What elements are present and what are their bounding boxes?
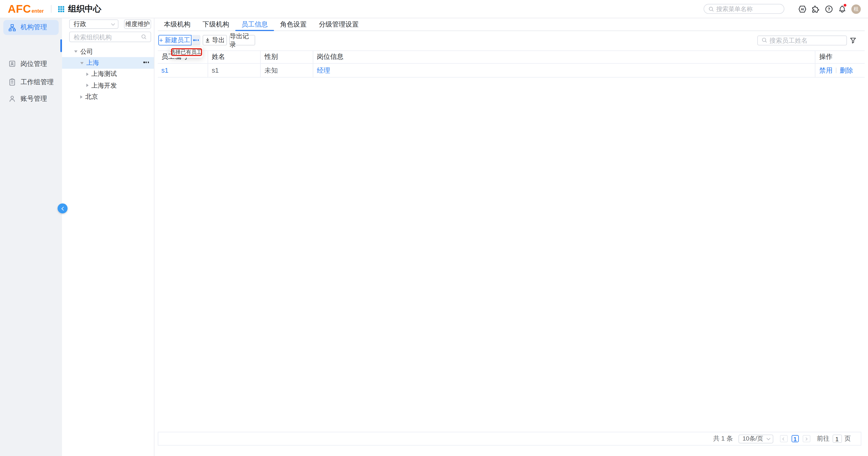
chevron-right-icon: [805, 437, 808, 440]
tab-employee-info[interactable]: 员工信息: [235, 18, 274, 30]
top-bar: AFC enter 组织中心 AI ? 租: [0, 0, 868, 18]
tree-node-company[interactable]: 公司: [62, 46, 154, 57]
employee-search-box[interactable]: [757, 35, 847, 45]
employee-table: 员工编号 姓名 性别 岗位信息 操作 s1 s1 未知 经理 禁用 删除: [158, 50, 864, 78]
menu-search-input[interactable]: [716, 5, 779, 12]
dimension-select-value: 行政: [74, 20, 86, 28]
id-badge-icon: [8, 60, 16, 68]
column-header-gender: 性别: [261, 51, 313, 63]
help-icon[interactable]: ?: [825, 5, 833, 13]
chevron-left-icon: [61, 206, 65, 210]
sidebar-item-account-management[interactable]: 账号管理: [3, 91, 59, 106]
next-page-button[interactable]: [803, 435, 810, 443]
user-icon: [8, 95, 16, 103]
svg-text:AI: AI: [801, 7, 804, 11]
tab-hierarchy-settings[interactable]: 分级管理设置: [313, 18, 365, 30]
search-icon: [709, 6, 714, 12]
more-options-button[interactable]: [192, 35, 200, 46]
column-header-position: 岗位信息: [313, 51, 815, 63]
column-header-actions: 操作: [816, 51, 865, 63]
plugin-puzzle-icon[interactable]: [812, 5, 820, 13]
topbar-icon-group: AI ? 租: [798, 0, 861, 18]
prev-page-button[interactable]: [780, 435, 787, 443]
sidebar-item-label: 工作组管理: [21, 77, 54, 87]
tree-node-shanghai-dev[interactable]: 上海开发: [62, 80, 154, 91]
sidebar-item-label: 机构管理: [21, 23, 47, 32]
tab-role-settings[interactable]: 角色设置: [274, 18, 313, 30]
app-grid-icon[interactable]: [58, 6, 64, 12]
dimension-select[interactable]: 行政: [69, 19, 118, 29]
sidebar-item-workgroup-management[interactable]: 工作组管理: [3, 75, 59, 89]
total-count: 共 1 条: [713, 434, 733, 443]
svg-text:?: ?: [828, 7, 830, 11]
logo-suffix: enter: [32, 8, 44, 13]
caret-down-icon[interactable]: [80, 62, 83, 64]
disable-action-link[interactable]: 禁用: [819, 66, 833, 75]
tree-node-shanghai[interactable]: 上海: [62, 57, 154, 68]
table-row: s1 s1 未知 经理 禁用 删除: [158, 64, 864, 78]
caret-right-icon[interactable]: [80, 95, 83, 98]
page-size-select[interactable]: 10条/页: [739, 434, 773, 443]
column-header-name: 姓名: [208, 51, 261, 63]
plus-icon: +: [159, 37, 163, 44]
caret-down-icon[interactable]: [74, 51, 78, 53]
notification-bell-icon[interactable]: [838, 5, 846, 13]
employee-gender: 未知: [265, 66, 278, 75]
more-actions-icon[interactable]: [144, 62, 149, 63]
annotation-box: [171, 48, 202, 56]
dimension-maintain-button[interactable]: 维度维护: [124, 19, 151, 29]
chevron-down-icon: [767, 436, 770, 440]
collapse-panel-button[interactable]: [58, 203, 67, 213]
tree-node-shanghai-test[interactable]: 上海测试: [62, 68, 154, 80]
table-header-row: 员工编号 姓名 性别 岗位信息 操作: [158, 51, 864, 64]
employee-name: s1: [212, 67, 219, 75]
org-search-input[interactable]: [74, 33, 139, 40]
org-chart-icon: [8, 24, 16, 31]
sidebar-item-position-management[interactable]: 岗位管理: [3, 56, 59, 71]
export-button[interactable]: 导出: [203, 35, 227, 46]
avatar[interactable]: 租: [851, 4, 861, 14]
delete-action-link[interactable]: 删除: [840, 66, 853, 75]
page-unit-label: 页: [844, 434, 851, 443]
clipboard-icon: [8, 78, 16, 86]
tab-bar: 本级机构 下级机构 员工信息 角色设置 分级管理设置: [158, 18, 865, 31]
search-icon: [141, 34, 147, 40]
action-divider: [836, 67, 836, 73]
tab-current-org[interactable]: 本级机构: [158, 18, 196, 30]
sidebar-item-org-management[interactable]: 机构管理: [3, 20, 59, 35]
org-tree-panel: 行政 维度维护 公司 上海 上海测试: [62, 18, 154, 456]
topbar-divider: [51, 5, 51, 13]
caret-right-icon[interactable]: [86, 84, 89, 87]
menu-search-box[interactable]: [704, 4, 784, 14]
search-icon: [762, 37, 767, 43]
goto-page-input[interactable]: [832, 434, 842, 443]
org-search-box[interactable]: [69, 32, 151, 42]
tree-node-beijing[interactable]: 北京: [62, 91, 154, 103]
caret-right-icon[interactable]: [86, 73, 89, 76]
position-link[interactable]: 经理: [317, 66, 330, 75]
org-tree: 公司 上海 上海测试 上海开发 北京: [62, 46, 154, 103]
ai-assistant-icon[interactable]: AI: [798, 5, 806, 13]
employee-id-link[interactable]: s1: [161, 67, 168, 75]
tab-sub-org[interactable]: 下级机构: [196, 18, 235, 30]
sidebar-item-label: 账号管理: [21, 94, 47, 103]
notification-dot: [844, 4, 846, 7]
active-indicator-bar: [60, 39, 62, 52]
export-log-button[interactable]: 导出记录: [229, 35, 255, 46]
filter-funnel-icon[interactable]: [850, 37, 857, 44]
pagination-bar: 共 1 条 10条/页 1 前往 页: [158, 432, 861, 446]
download-icon: [205, 37, 210, 43]
current-page-button[interactable]: 1: [791, 435, 799, 443]
main-content: 本级机构 下级机构 员工信息 角色设置 分级管理设置 + 新建员工 导出 导出记…: [155, 18, 868, 456]
app-root: AFC enter 组织中心 AI ? 租: [0, 0, 868, 456]
new-employee-button[interactable]: + 新建员工: [158, 35, 191, 46]
sidebar-item-label: 岗位管理: [21, 59, 47, 68]
sidebar: 机构管理 岗位管理 工作组管理 账号管理: [0, 18, 62, 456]
chevron-left-icon: [782, 437, 785, 440]
logo-text: AFC: [8, 3, 31, 15]
employee-search-input[interactable]: [769, 37, 842, 44]
afcenter-logo[interactable]: AFC enter: [8, 3, 44, 15]
goto-label: 前往: [817, 434, 830, 443]
chevron-down-icon: [111, 22, 115, 26]
page-title: 组织中心: [68, 4, 101, 14]
